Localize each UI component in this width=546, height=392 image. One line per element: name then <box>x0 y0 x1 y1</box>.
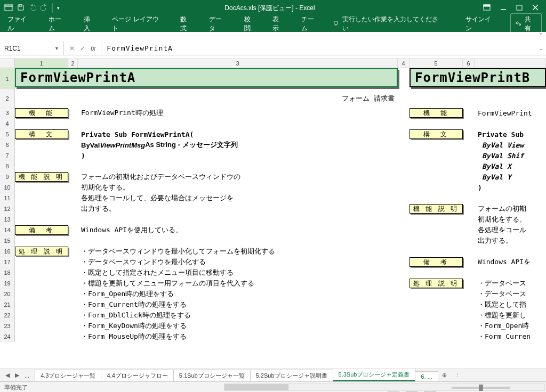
title-cell-a[interactable]: FormViewPrintA <box>15 68 398 87</box>
sheet-tab[interactable]: 4.3プロシージャ一覧 <box>35 370 101 381</box>
tell-me[interactable]: 実行したい作業を入力してください <box>333 15 443 33</box>
formula-expand-icon[interactable]: ⌄ <box>536 46 546 51</box>
cell[interactable]: ・Form_Current時の処理をする <box>78 299 398 310</box>
accept-formula-icon[interactable]: ✓ <box>80 45 85 52</box>
cell[interactable]: フォームの初期 <box>475 203 546 214</box>
cell[interactable]: Windows APIを <box>475 257 546 267</box>
cell[interactable]: ・既定として指定されたメニュー項目に移動する <box>78 267 398 278</box>
cell[interactable]: ) <box>475 182 546 193</box>
cell[interactable]: ・データベース <box>475 289 546 299</box>
cell[interactable]: ) <box>78 150 398 161</box>
cell[interactable]: ・データベースウィンドウを最小化する <box>78 257 398 267</box>
label-kinou-b[interactable]: 機 能 <box>410 108 463 118</box>
cell[interactable]: ・Form_KeyDown時の処理をする <box>78 321 398 331</box>
cell[interactable]: Private Sub FormViewPrintA( <box>78 129 398 140</box>
label-kinou-setsumei-b[interactable]: 機 能 説 明 <box>410 204 463 214</box>
row-header[interactable]: 14 <box>0 225 15 235</box>
spreadsheet-grid[interactable]: 1 2 3 4 5 6 1 2 3 4 5 6 7 8 9 10 11 12 1… <box>0 59 546 369</box>
zoom-slider[interactable] <box>452 387 510 389</box>
cell[interactable]: 各処理をコール <box>475 225 546 235</box>
maximize-icon[interactable] <box>516 4 523 12</box>
sheet-tab[interactable]: 6. ... <box>415 371 437 381</box>
cell[interactable]: 初期化をする。 <box>78 182 398 193</box>
row-header[interactable]: 16 <box>0 246 15 257</box>
row-header[interactable]: 15 <box>0 235 15 246</box>
row-header[interactable]: 23 <box>0 321 15 331</box>
col-header[interactable]: 1 <box>15 59 68 68</box>
sheet-nav-next-icon[interactable]: ▶ <box>15 372 19 379</box>
cell[interactable]: フォームの初期化およびデータベースウィンドウの <box>78 172 398 182</box>
cell[interactable]: 出力する。 <box>475 235 546 246</box>
redo-icon[interactable] <box>41 4 48 13</box>
cell[interactable]: 出力する。 <box>78 203 398 214</box>
col-header[interactable]: 5 <box>410 59 463 68</box>
label-koubun[interactable]: 構 文 <box>15 129 68 139</box>
label-bikou-b[interactable]: 備 考 <box>410 257 463 267</box>
row-header[interactable]: 2 <box>0 89 15 108</box>
col-header[interactable]: 4 <box>398 59 410 68</box>
sheet-tab[interactable]: 5.2Subプロシージャ説明書 <box>250 370 333 381</box>
label-koubun-b[interactable]: 構 文 <box>410 129 463 139</box>
col-header[interactable]: 3 <box>78 59 398 68</box>
cell[interactable]: ByVal X <box>475 161 546 172</box>
cell[interactable]: ・Form_Open時 <box>475 321 546 331</box>
col-header[interactable]: 2 <box>68 59 78 68</box>
collapse-caret-icon[interactable]: ⌄ <box>539 30 543 36</box>
cell[interactable]: FormViewPrint時の処理 <box>78 108 398 118</box>
undo-icon[interactable] <box>29 4 36 13</box>
row-header[interactable]: 5 <box>0 129 15 140</box>
cancel-formula-icon[interactable]: ✕ <box>69 45 75 52</box>
row-header[interactable]: 20 <box>0 289 15 299</box>
cell[interactable]: ByVal View <box>475 140 546 150</box>
row-header[interactable]: 13 <box>0 214 15 225</box>
cell[interactable]: ByVal ViewPrintMsg As String - メッセージ文字列 <box>78 140 398 150</box>
label-shori[interactable]: 処 理 説 明 <box>15 247 68 256</box>
label-kinou[interactable]: 機 能 <box>15 108 68 118</box>
cell[interactable]: ・データベースウィンドウを最小化してフォームを初期化する <box>78 246 398 257</box>
cells-area[interactable]: FormViewPrintA FormViewPrintB フォーム_請求書 機… <box>15 68 546 342</box>
row-header[interactable]: 6 <box>0 140 15 150</box>
row-header[interactable]: 19 <box>0 278 15 289</box>
row-header[interactable]: 7 <box>0 150 15 161</box>
save-icon[interactable] <box>17 4 25 13</box>
sheet-nav-ellipsis[interactable]: ... <box>25 372 29 379</box>
fx-icon[interactable]: fx <box>91 45 95 52</box>
row-header[interactable]: 17 <box>0 257 15 267</box>
cell[interactable]: ・標題を更新してメニュー用フォームの項目を代入する <box>78 278 398 289</box>
name-box[interactable]: R1C1 ▼ <box>0 42 64 55</box>
cell[interactable]: Private Sub <box>475 129 546 140</box>
form-name[interactable]: フォーム_請求書 <box>78 89 398 108</box>
sheet-tab[interactable]: 4.4プロシージャフロー <box>101 370 173 381</box>
cell[interactable]: ・データベース <box>475 278 546 289</box>
cell[interactable]: ・Form_DblClick時の処理をする <box>78 310 398 321</box>
sheet-tab[interactable]: 5.1Subプロシージャ一覧 <box>173 370 251 381</box>
cell[interactable]: ・Form_Open時の処理をする <box>78 289 398 299</box>
formula-input[interactable]: FormViewPrintA <box>101 44 536 52</box>
cell[interactable]: Windows APIを使用している。 <box>78 225 398 235</box>
cell[interactable]: ・既定として指 <box>475 299 546 310</box>
cell[interactable]: 各処理をコールして、必要な場合はメッセージを <box>78 193 398 203</box>
row-header[interactable]: 24 <box>0 331 15 342</box>
sheet-menu-icon[interactable]: ⋮ <box>451 372 463 379</box>
cell[interactable]: ByVal Shif <box>475 150 546 161</box>
cell[interactable]: 初期化をする。 <box>475 214 546 225</box>
row-header[interactable]: 4 <box>0 118 15 129</box>
row-header[interactable]: 8 <box>0 161 15 172</box>
share-button[interactable]: 共有 <box>510 13 542 35</box>
qat-dropdown-icon[interactable]: ▾ <box>57 5 60 11</box>
row-header[interactable]: 22 <box>0 310 15 321</box>
cell[interactable]: FormViewPrint <box>475 108 546 118</box>
sheet-tab-active[interactable]: 5.3Subプロシージャ定義書 <box>333 369 416 381</box>
select-all-corner[interactable] <box>0 59 15 68</box>
label-bikou[interactable]: 備 考 <box>15 225 68 235</box>
sheet-nav-prev-icon[interactable]: ◀ <box>5 372 10 379</box>
col-header[interactable] <box>475 59 546 68</box>
row-header[interactable]: 9 <box>0 172 15 182</box>
row-header[interactable]: 1 <box>0 68 15 89</box>
label-kinou-setsumei[interactable]: 機 能 説 明 <box>15 172 68 182</box>
row-header[interactable]: 12 <box>0 203 15 214</box>
add-sheet-icon[interactable]: ⊕ <box>438 372 451 379</box>
ribbon-display-icon[interactable] <box>483 4 491 12</box>
row-header[interactable]: 21 <box>0 299 15 310</box>
cell[interactable]: ・標題を更新し <box>475 310 546 321</box>
